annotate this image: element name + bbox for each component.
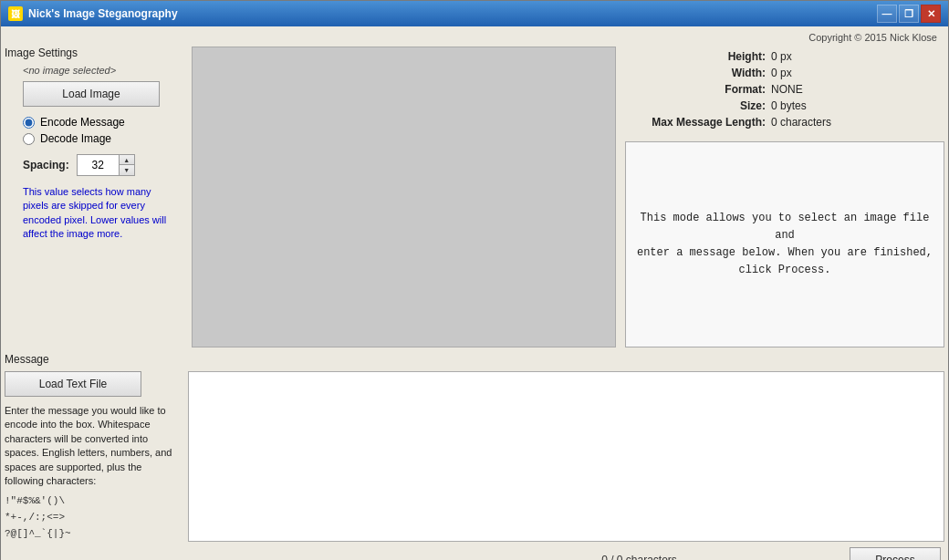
spinner-down[interactable]: ▼ xyxy=(120,165,134,175)
message-left-panel: Load Text File Enter the message you wou… xyxy=(5,371,182,542)
decode-radio-item[interactable]: Decode Image xyxy=(23,132,182,145)
window-controls: — ❐ ✕ xyxy=(877,5,941,23)
spacing-help-text: This value selects how many pixels are s… xyxy=(23,185,178,242)
width-label: Width: xyxy=(625,67,771,79)
image-preview xyxy=(192,47,616,347)
char-count: 0 / 0 characters xyxy=(429,554,850,560)
close-button[interactable]: ✕ xyxy=(921,5,941,23)
window-title: Nick's Image Steganography xyxy=(28,7,877,20)
bottom-bar: 0 / 0 characters Process xyxy=(5,545,944,560)
height-row: Height: 0 px xyxy=(625,50,944,63)
spinner-up[interactable]: ▲ xyxy=(120,155,134,165)
image-info-table: Height: 0 px Width: 0 px Format: NONE Si… xyxy=(625,50,944,132)
message-textarea[interactable] xyxy=(188,371,944,542)
copyright-text: Copyright © 2015 Nick Klose xyxy=(5,30,944,47)
message-section-title: Message xyxy=(5,353,944,366)
max-msg-label: Max Message Length: xyxy=(625,116,771,129)
decode-radio[interactable] xyxy=(23,133,35,145)
left-panel: Image Settings <no image selected> Load … xyxy=(5,47,182,347)
size-value: 0 bytes xyxy=(771,99,807,112)
restore-button[interactable]: ❐ xyxy=(899,5,919,23)
special-chars: !"#$%&'()\ *+-,/:;<=> ?@[]^_`{|}~ xyxy=(5,493,182,542)
mode-radio-group: Encode Message Decode Image xyxy=(23,116,182,145)
description-text: This mode allows you to select an image … xyxy=(635,210,934,280)
special-chars-line3: ?@[]^_`{|}~ xyxy=(5,526,182,543)
message-help-text: Enter the message you would like to enco… xyxy=(5,404,178,488)
main-content: Copyright © 2015 Nick Klose Image Settin… xyxy=(1,26,948,560)
encode-label: Encode Message xyxy=(40,116,125,129)
no-image-label: <no image selected> xyxy=(23,65,182,76)
size-label: Size: xyxy=(625,99,771,112)
titlebar: 🖼 Nick's Image Steganography — ❐ ✕ xyxy=(1,1,948,26)
height-value: 0 px xyxy=(771,50,792,63)
process-button[interactable]: Process xyxy=(850,547,941,560)
max-msg-row: Max Message Length: 0 characters xyxy=(625,116,944,129)
message-content: Load Text File Enter the message you wou… xyxy=(5,371,944,542)
format-value: NONE xyxy=(771,83,803,96)
width-value: 0 px xyxy=(771,67,792,79)
load-text-button[interactable]: Load Text File xyxy=(5,371,141,397)
spacing-spinner: ▲ ▼ xyxy=(77,154,135,176)
decode-label: Decode Image xyxy=(40,132,111,145)
spinner-arrows: ▲ ▼ xyxy=(119,155,134,175)
load-image-button[interactable]: Load Image xyxy=(23,81,160,107)
image-settings-title: Image Settings xyxy=(5,47,182,59)
max-msg-value: 0 characters xyxy=(771,116,831,129)
special-chars-line1: !"#$%&'()\ xyxy=(5,493,182,510)
size-row: Size: 0 bytes xyxy=(625,99,944,112)
minimize-button[interactable]: — xyxy=(877,5,897,23)
encode-radio-item[interactable]: Encode Message xyxy=(23,116,182,129)
top-section: Image Settings <no image selected> Load … xyxy=(5,47,944,347)
description-box: This mode allows you to select an image … xyxy=(625,141,944,347)
spacing-input[interactable] xyxy=(78,155,119,175)
message-textarea-container xyxy=(188,371,944,542)
encode-radio[interactable] xyxy=(23,117,35,129)
bottom-section: Message Load Text File Enter the message… xyxy=(5,353,944,560)
spacing-row: Spacing: ▲ ▼ xyxy=(23,154,182,176)
format-label: Format: xyxy=(625,83,771,96)
right-info-panel: Height: 0 px Width: 0 px Format: NONE Si… xyxy=(625,47,944,347)
app-icon: 🖼 xyxy=(8,6,23,21)
format-row: Format: NONE xyxy=(625,83,944,96)
height-label: Height: xyxy=(625,50,771,63)
width-row: Width: 0 px xyxy=(625,67,944,79)
special-chars-line2: *+-,/:;<=> xyxy=(5,510,182,526)
main-window: 🖼 Nick's Image Steganography — ❐ ✕ Copyr… xyxy=(0,0,949,560)
spacing-label: Spacing: xyxy=(23,159,69,171)
